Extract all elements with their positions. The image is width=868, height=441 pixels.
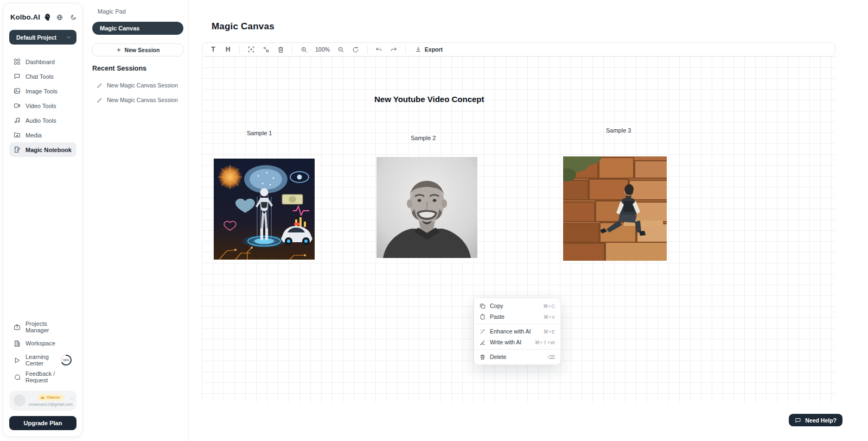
sample-1-image[interactable] xyxy=(214,159,315,260)
pencil-icon xyxy=(97,83,103,89)
context-menu-item-paste[interactable]: Paste ⌘+V xyxy=(474,311,560,322)
paste-icon xyxy=(480,314,486,320)
sidebar-item-learning-center[interactable]: Learning Center 66% xyxy=(9,351,76,369)
globe-icon[interactable] xyxy=(56,14,63,21)
sample-1-label[interactable]: Sample 1 xyxy=(247,130,272,136)
context-menu: Copy ⌘+C Paste ⌘+V Enhance with AI ⌘+E W… xyxy=(474,298,561,365)
sample-3-image[interactable] xyxy=(563,156,667,261)
zoom-level[interactable]: 100% xyxy=(313,46,332,53)
sidebar-item-image-tools[interactable]: Image Tools xyxy=(9,84,76,98)
user-card[interactable]: Owner zoharvan12@gmail.com xyxy=(9,390,76,411)
sidebar-item-label: Chat Tools xyxy=(25,73,54,80)
magic-wand-icon xyxy=(480,329,486,335)
zoom-out-button[interactable] xyxy=(336,44,347,55)
sidebar-item-chat-tools[interactable]: Chat Tools xyxy=(9,69,76,84)
zoom-out-icon xyxy=(337,46,344,53)
context-menu-shortcut: ⌫ xyxy=(548,354,555,360)
sidebar-item-label: Projects Manager xyxy=(25,320,72,333)
tab-magic-pad[interactable]: Magic Pad xyxy=(98,8,126,15)
sidebar-item-label: Learning Center xyxy=(25,354,55,367)
audio-icon xyxy=(14,117,21,124)
page-title: Magic Canvas xyxy=(212,21,275,32)
sidebar-item-label: Video Tools xyxy=(25,103,56,109)
avatar xyxy=(14,394,25,406)
zoom-in-button[interactable] xyxy=(298,44,309,55)
chevron-up-icon xyxy=(70,397,74,401)
redo-icon xyxy=(390,46,397,53)
sidebar-item-media[interactable]: Media xyxy=(9,128,76,142)
sidebar-item-audio-tools[interactable]: Audio Tools xyxy=(9,113,76,128)
briefcase-icon xyxy=(14,324,21,331)
media-icon xyxy=(14,131,21,138)
building-icon xyxy=(14,340,21,347)
tab-magic-canvas[interactable]: Magic Canvas xyxy=(92,22,183,35)
context-menu-divider xyxy=(474,324,560,324)
undo-button[interactable] xyxy=(374,44,385,55)
sidebar-item-label: Media xyxy=(25,132,42,138)
moon-icon[interactable] xyxy=(70,14,76,21)
context-menu-item-write-ai[interactable]: Write with AI ⌘+⇧+W xyxy=(474,337,560,348)
ai-select-button[interactable] xyxy=(246,44,257,55)
text-tool-button[interactable]: T xyxy=(208,44,219,55)
ai-select-icon xyxy=(247,46,255,53)
sidebar-item-workspace[interactable]: Workspace xyxy=(9,335,76,351)
context-menu-label: Delete xyxy=(490,354,544,360)
sidebar-item-video-tools[interactable]: Video Tools xyxy=(9,98,76,113)
canvas-heading[interactable]: New Youtube Video Concept xyxy=(374,94,484,104)
sidebar-item-magic-notebook[interactable]: Magic Notebook xyxy=(9,142,76,157)
learning-progress-ring: 66% xyxy=(60,354,72,366)
chevron-down-icon xyxy=(66,35,71,40)
sample-2-image[interactable] xyxy=(376,157,477,258)
context-menu-shortcut: ⌘+⇧+W xyxy=(534,339,555,345)
new-session-button[interactable]: New Session xyxy=(92,43,183,56)
export-button[interactable]: Export xyxy=(412,46,446,53)
redo-button[interactable] xyxy=(388,44,399,55)
learning-progress-value: 66% xyxy=(63,358,69,362)
rotate-icon xyxy=(352,46,359,53)
undo-icon xyxy=(375,46,382,53)
context-menu-label: Enhance with AI xyxy=(490,328,539,335)
left-sidebar: Kolbo.AI Default Project Dashboard Chat … xyxy=(3,3,83,437)
context-menu-shortcut: ⌘+E xyxy=(544,329,555,335)
sidebar-item-label: Audio Tools xyxy=(25,117,56,124)
sidebar-item-label: Magic Notebook xyxy=(25,147,72,153)
sidebar-item-feedback[interactable]: Feedback / Request xyxy=(9,369,76,385)
context-menu-item-enhance-ai[interactable]: Enhance with AI ⌘+E xyxy=(474,326,560,337)
owner-badge: Owner xyxy=(37,394,64,401)
new-session-label: New Session xyxy=(125,47,160,53)
session-list-item[interactable]: New Magic Canvas Session xyxy=(97,82,178,89)
magic-canvas-area[interactable]: New Youtube Video Concept Sample 1 Sampl… xyxy=(202,56,835,402)
context-menu-item-delete[interactable]: Delete ⌫ xyxy=(474,351,560,362)
user-email: zoharvan12@gmail.com xyxy=(29,402,73,407)
heading-tool-button[interactable]: H xyxy=(222,44,233,55)
session-list-item[interactable]: New Magic Canvas Session xyxy=(97,97,178,103)
trash-icon xyxy=(277,46,284,53)
sessions-panel: Magic Pad Magic Canvas New Session Recen… xyxy=(84,0,189,441)
sidebar-nav: Dashboard Chat Tools Image Tools Video T… xyxy=(9,54,76,157)
export-label: Export xyxy=(425,46,443,53)
chat-icon xyxy=(14,73,21,80)
sidebar-item-label: Feedback / Request xyxy=(25,370,72,383)
reset-rotation-button[interactable] xyxy=(350,44,361,55)
app-logo: Kolbo.AI xyxy=(10,13,40,21)
delete-tool-button[interactable] xyxy=(275,44,286,55)
session-label: New Magic Canvas Session xyxy=(107,97,178,103)
sidebar-item-projects-manager[interactable]: Projects Manager xyxy=(9,319,76,335)
recent-sessions-heading: Recent Sessions xyxy=(92,65,146,72)
connector-button[interactable] xyxy=(260,44,271,55)
sidebar-item-dashboard[interactable]: Dashboard xyxy=(9,54,76,69)
sample-2-label[interactable]: Sample 2 xyxy=(411,135,436,141)
context-menu-divider xyxy=(474,349,560,350)
context-menu-label: Write with AI xyxy=(490,339,530,345)
need-help-button[interactable]: Need Help? xyxy=(789,414,843,426)
connector-icon xyxy=(263,46,270,53)
upgrade-plan-button[interactable]: Upgrade Plan xyxy=(9,416,76,430)
project-selector[interactable]: Default Project xyxy=(9,30,76,45)
image-icon xyxy=(14,87,21,94)
sidebar-item-label: Dashboard xyxy=(25,59,55,65)
need-help-label: Need Help? xyxy=(805,417,837,424)
context-menu-item-copy[interactable]: Copy ⌘+C xyxy=(474,300,560,311)
help-chat-icon xyxy=(795,417,801,424)
pencil-icon xyxy=(97,97,103,103)
sample-3-label[interactable]: Sample 3 xyxy=(606,127,631,134)
